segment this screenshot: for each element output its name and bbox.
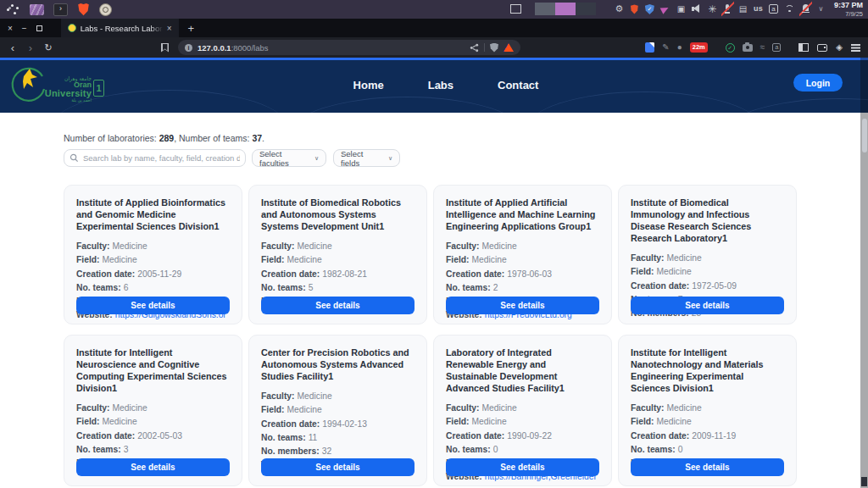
window-close-button[interactable]: × <box>8 24 13 33</box>
lab-field-row: Field:Medicine <box>446 253 599 267</box>
nav-link-home[interactable]: Home <box>353 79 384 92</box>
timer-badge[interactable]: 22m <box>690 42 708 53</box>
vpn-sparkle-icon[interactable]: ◈ <box>836 43 843 52</box>
lab-faculty-row: Faculty:Medicine <box>261 240 415 253</box>
brave-rewards-icon[interactable] <box>504 43 514 52</box>
chevron-down-icon[interactable]: ∨ <box>816 3 826 14</box>
lab-creation-row: Creation date:1990-09-22 <box>446 430 599 443</box>
window-outline-icon[interactable] <box>510 4 521 14</box>
telegram-icon[interactable] <box>660 3 670 14</box>
window-minimize-button[interactable]: − <box>22 24 27 33</box>
web-page: جامعة وهران Oran University احمد بن بلة … <box>0 58 868 488</box>
lab-name: Institute of Applied Bioinformatics and … <box>76 197 230 232</box>
notes-extension-icon[interactable] <box>645 42 654 53</box>
select-fields-dropdown[interactable]: Select fields ∨ <box>333 149 400 167</box>
lab-teams-row: No. teams:3 <box>76 443 230 457</box>
lab-field-row: Field:Medicine <box>261 253 415 267</box>
new-tab-button[interactable]: + <box>188 22 195 35</box>
creation-date-label: Creation date: <box>446 269 504 279</box>
see-details-button[interactable]: See details <box>446 297 599 314</box>
workspace-1[interactable] <box>535 3 555 15</box>
see-details-button[interactable]: See details <box>76 458 230 476</box>
battery-applet-icon[interactable]: a <box>769 4 778 14</box>
disk-icon[interactable]: ▤ <box>738 3 748 14</box>
field-value: Medicine <box>656 267 691 276</box>
lab-teams-row: No. teams:11 <box>261 431 415 445</box>
creation-date-label: Creation date: <box>76 269 135 279</box>
lab-card: Institute of Applied Artificial Intellig… <box>433 185 612 324</box>
files-app-icon[interactable] <box>30 4 44 15</box>
workspace-switcher[interactable] <box>535 3 596 15</box>
workspace-3[interactable] <box>576 3 596 15</box>
see-details-button[interactable]: See details <box>261 297 415 314</box>
bookmark-icon[interactable] <box>161 43 169 53</box>
forward-button[interactable]: › <box>25 42 36 53</box>
shield-check-icon[interactable]: ✓ <box>645 4 654 14</box>
see-details-button[interactable]: See details <box>261 458 415 476</box>
tweaks-icon[interactable]: ⚙ <box>615 3 624 14</box>
faculty-value: Medicine <box>481 403 516 413</box>
browser-tab[interactable]: Labs - Research Laboratories × <box>61 19 179 37</box>
nav-link-labs[interactable]: Labs <box>428 79 453 92</box>
camera-extension-icon[interactable] <box>743 44 753 52</box>
app-launcher-icon[interactable] <box>5 3 20 16</box>
wifi-icon[interactable] <box>784 4 795 14</box>
share-icon[interactable] <box>470 43 479 53</box>
window-maximize-button[interactable] <box>36 25 42 31</box>
url-text: 127.0.0.1:8000/labs <box>198 43 268 53</box>
tab-close-icon[interactable]: × <box>167 24 172 33</box>
clipboard-icon[interactable]: ▣ <box>676 3 686 14</box>
back-button[interactable]: ‹ <box>8 42 18 53</box>
pencil-extension-icon[interactable]: ✎ <box>662 43 669 52</box>
volume-icon[interactable] <box>692 3 702 14</box>
see-details-button[interactable]: See details <box>631 458 784 476</box>
reload-button[interactable]: ↻ <box>43 43 53 53</box>
creation-date-label: Creation date: <box>631 281 689 291</box>
extensions-area: ✎●22m✓≈a <box>645 42 781 53</box>
lab-creation-row: Creation date:2005-11-29 <box>76 268 230 281</box>
wave-extension-icon[interactable]: ≈ <box>760 43 765 52</box>
faculty-label: Faculty: <box>446 241 479 251</box>
scrollbar-thumb[interactable] <box>862 119 867 152</box>
lab-creation-row: Creation date:1994-02-13 <box>261 418 415 431</box>
login-button[interactable]: Login <box>793 74 843 92</box>
keyboard-layout-indicator[interactable]: us <box>754 3 763 14</box>
terminal-app-icon[interactable] <box>53 3 68 16</box>
field-value: Medicine <box>102 417 136 426</box>
lab-name: Institute for Intelligent Nanotechnology… <box>631 347 784 394</box>
bell-muted-icon[interactable] <box>801 3 810 14</box>
lab-teams-row: No. teams:5 <box>261 281 415 295</box>
select-faculties-dropdown[interactable]: Select faculties ∨ <box>252 149 326 167</box>
page-scrollbar[interactable] <box>860 58 868 488</box>
mic-muted-icon[interactable] <box>723 3 732 14</box>
letter-extension-icon[interactable]: a <box>772 43 781 52</box>
faculty-value: Medicine <box>666 403 701 413</box>
menu-hamburger-icon[interactable] <box>851 43 860 52</box>
taskbar-clock[interactable]: 9:37 PM 7/9/25 <box>834 1 863 18</box>
field-value: Medicine <box>102 255 136 264</box>
brave-tray-icon[interactable] <box>630 4 639 14</box>
faculty-label: Faculty: <box>76 241 109 251</box>
see-details-button[interactable]: See details <box>76 297 230 314</box>
see-details-button[interactable]: See details <box>631 297 784 314</box>
creation-date-value: 1994-02-13 <box>322 419 367 429</box>
see-details-button[interactable]: See details <box>446 458 599 476</box>
check-extension-icon[interactable]: ✓ <box>726 43 735 53</box>
settings-app-icon[interactable] <box>99 3 112 16</box>
faculty-label: Faculty: <box>631 403 664 413</box>
chevron-down-icon: ∨ <box>388 155 392 162</box>
sidebar-icon[interactable] <box>798 43 809 52</box>
search-input[interactable] <box>64 149 246 167</box>
nav-link-contact[interactable]: Contact <box>498 79 538 92</box>
dot-extension-icon[interactable]: ● <box>677 43 682 52</box>
brave-app-icon[interactable] <box>77 3 90 16</box>
muted-slash <box>721 2 734 16</box>
wallet-icon[interactable] <box>817 44 827 52</box>
url-bar[interactable]: i 127.0.0.1:8000/labs <box>178 40 520 55</box>
site-info-icon[interactable]: i <box>185 44 192 52</box>
workspace-2-active[interactable] <box>555 3 576 15</box>
brave-shields-icon[interactable] <box>490 43 498 53</box>
snowflake-icon[interactable]: ✳ <box>708 3 717 14</box>
lab-faculty-row: Faculty:Medicine <box>76 402 230 415</box>
field-value: Medicine <box>287 255 321 264</box>
